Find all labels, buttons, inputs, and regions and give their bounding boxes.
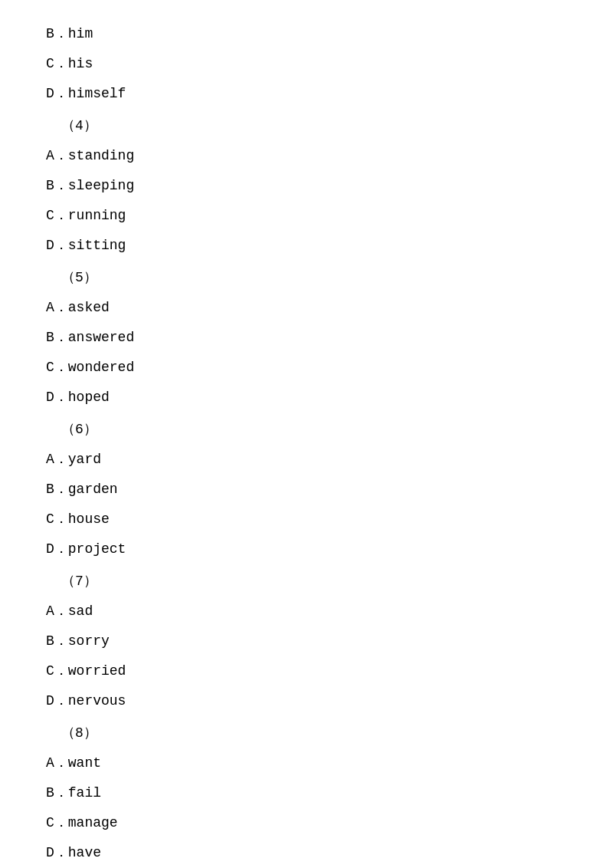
option-c-wondered: C．wondered (46, 357, 567, 379)
question-number-8: （8） (61, 722, 567, 745)
option-a-asked: A．asked (46, 297, 567, 319)
option-c-his: C．his (46, 53, 567, 75)
option-b-garden: B．garden (46, 478, 567, 501)
question-group-8: （8） A．want B．fail C．manage D．have (46, 722, 567, 863)
question-group-5: （5） A．asked B．answered C．wondered D．hope… (46, 267, 567, 408)
option-d-himself: D．himself (46, 83, 567, 105)
option-d-have: D．have (46, 842, 567, 864)
question-group-7: （7） A．sad B．sorry C．worried D．nervous (46, 570, 567, 712)
option-d-project: D．project (46, 538, 567, 561)
question-group-6: （6） A．yard B．garden C．house D．project (46, 419, 567, 560)
option-a-want: A．want (46, 752, 567, 774)
option-d-hoped: D．hoped (46, 386, 567, 409)
option-b-sleeping: B．sleeping (46, 175, 567, 197)
option-b-fail: B．fail (46, 782, 567, 804)
question-number-5: （5） (61, 267, 567, 289)
question-number-7: （7） (61, 570, 567, 593)
option-a-yard: A．yard (46, 449, 567, 471)
main-content: B．him C．his D．himself （4） A．standing B．s… (0, 0, 613, 868)
option-c-house: C．house (46, 508, 567, 531)
option-a-standing: A．standing (46, 145, 567, 167)
option-d-sitting: D．sitting (46, 235, 567, 257)
question-number-6: （6） (61, 419, 567, 441)
question-group-0: B．him C．his D．himself (46, 23, 567, 104)
question-number-4: （4） (61, 115, 567, 137)
option-b-answered: B．answered (46, 327, 567, 349)
option-a-sad: A．sad (46, 600, 567, 623)
option-d-nervous: D．nervous (46, 690, 567, 712)
option-b-sorry: B．sorry (46, 630, 567, 653)
option-c-worried: C．worried (46, 660, 567, 682)
option-b-him: B．him (46, 23, 567, 45)
question-group-4: （4） A．standing B．sleeping C．running D．si… (46, 115, 567, 256)
option-c-manage: C．manage (46, 812, 567, 834)
option-c-running: C．running (46, 205, 567, 227)
